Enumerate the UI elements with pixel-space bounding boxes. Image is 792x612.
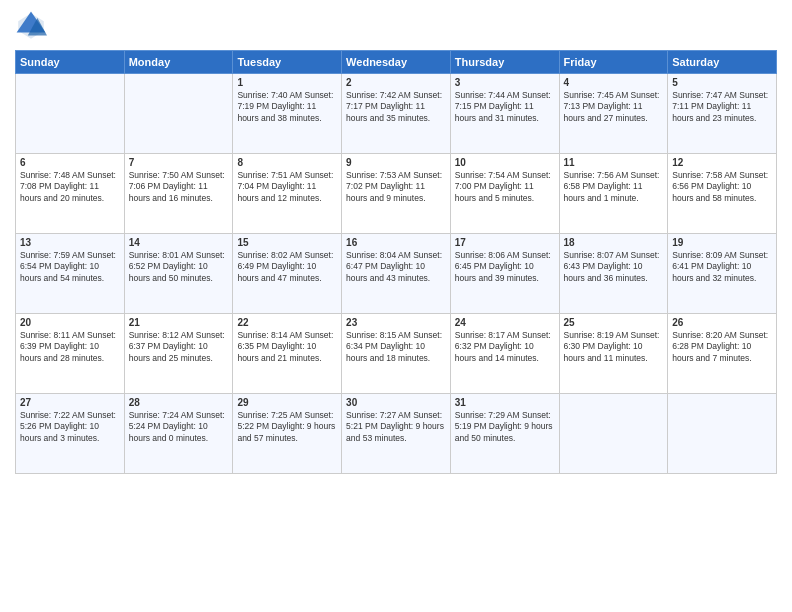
- day-number: 18: [564, 237, 664, 248]
- day-number: 31: [455, 397, 555, 408]
- day-info: Sunrise: 7:58 AM Sunset: 6:56 PM Dayligh…: [672, 170, 772, 204]
- day-number: 21: [129, 317, 229, 328]
- weekday-header-saturday: Saturday: [668, 51, 777, 74]
- weekday-header-friday: Friday: [559, 51, 668, 74]
- calendar-table: SundayMondayTuesdayWednesdayThursdayFrid…: [15, 50, 777, 474]
- day-cell: 22Sunrise: 8:14 AM Sunset: 6:35 PM Dayli…: [233, 314, 342, 394]
- day-number: 16: [346, 237, 446, 248]
- day-number: 19: [672, 237, 772, 248]
- day-number: 11: [564, 157, 664, 168]
- day-info: Sunrise: 7:53 AM Sunset: 7:02 PM Dayligh…: [346, 170, 446, 204]
- day-cell: 27Sunrise: 7:22 AM Sunset: 5:26 PM Dayli…: [16, 394, 125, 474]
- weekday-header-wednesday: Wednesday: [342, 51, 451, 74]
- day-info: Sunrise: 8:02 AM Sunset: 6:49 PM Dayligh…: [237, 250, 337, 284]
- day-cell: [16, 74, 125, 154]
- day-info: Sunrise: 7:22 AM Sunset: 5:26 PM Dayligh…: [20, 410, 120, 444]
- day-number: 26: [672, 317, 772, 328]
- day-info: Sunrise: 8:15 AM Sunset: 6:34 PM Dayligh…: [346, 330, 446, 364]
- day-info: Sunrise: 7:42 AM Sunset: 7:17 PM Dayligh…: [346, 90, 446, 124]
- day-info: Sunrise: 7:50 AM Sunset: 7:06 PM Dayligh…: [129, 170, 229, 204]
- day-info: Sunrise: 7:29 AM Sunset: 5:19 PM Dayligh…: [455, 410, 555, 444]
- week-row-3: 13Sunrise: 7:59 AM Sunset: 6:54 PM Dayli…: [16, 234, 777, 314]
- day-cell: 9Sunrise: 7:53 AM Sunset: 7:02 PM Daylig…: [342, 154, 451, 234]
- day-cell: 25Sunrise: 8:19 AM Sunset: 6:30 PM Dayli…: [559, 314, 668, 394]
- day-number: 2: [346, 77, 446, 88]
- day-info: Sunrise: 7:27 AM Sunset: 5:21 PM Dayligh…: [346, 410, 446, 444]
- day-cell: 30Sunrise: 7:27 AM Sunset: 5:21 PM Dayli…: [342, 394, 451, 474]
- day-info: Sunrise: 8:17 AM Sunset: 6:32 PM Dayligh…: [455, 330, 555, 364]
- day-cell: [124, 74, 233, 154]
- logo: [15, 10, 51, 42]
- day-cell: [668, 394, 777, 474]
- day-number: 20: [20, 317, 120, 328]
- day-info: Sunrise: 7:56 AM Sunset: 6:58 PM Dayligh…: [564, 170, 664, 204]
- day-number: 15: [237, 237, 337, 248]
- week-row-5: 27Sunrise: 7:22 AM Sunset: 5:26 PM Dayli…: [16, 394, 777, 474]
- day-cell: 29Sunrise: 7:25 AM Sunset: 5:22 PM Dayli…: [233, 394, 342, 474]
- day-cell: 20Sunrise: 8:11 AM Sunset: 6:39 PM Dayli…: [16, 314, 125, 394]
- weekday-header-row: SundayMondayTuesdayWednesdayThursdayFrid…: [16, 51, 777, 74]
- day-cell: 19Sunrise: 8:09 AM Sunset: 6:41 PM Dayli…: [668, 234, 777, 314]
- week-row-4: 20Sunrise: 8:11 AM Sunset: 6:39 PM Dayli…: [16, 314, 777, 394]
- day-number: 4: [564, 77, 664, 88]
- day-number: 25: [564, 317, 664, 328]
- day-number: 28: [129, 397, 229, 408]
- day-cell: 13Sunrise: 7:59 AM Sunset: 6:54 PM Dayli…: [16, 234, 125, 314]
- day-number: 5: [672, 77, 772, 88]
- day-cell: 18Sunrise: 8:07 AM Sunset: 6:43 PM Dayli…: [559, 234, 668, 314]
- day-cell: [559, 394, 668, 474]
- day-cell: 21Sunrise: 8:12 AM Sunset: 6:37 PM Dayli…: [124, 314, 233, 394]
- day-info: Sunrise: 7:54 AM Sunset: 7:00 PM Dayligh…: [455, 170, 555, 204]
- day-number: 27: [20, 397, 120, 408]
- day-cell: 26Sunrise: 8:20 AM Sunset: 6:28 PM Dayli…: [668, 314, 777, 394]
- day-number: 1: [237, 77, 337, 88]
- day-info: Sunrise: 7:47 AM Sunset: 7:11 PM Dayligh…: [672, 90, 772, 124]
- day-number: 8: [237, 157, 337, 168]
- day-cell: 23Sunrise: 8:15 AM Sunset: 6:34 PM Dayli…: [342, 314, 451, 394]
- day-number: 30: [346, 397, 446, 408]
- day-cell: 6Sunrise: 7:48 AM Sunset: 7:08 PM Daylig…: [16, 154, 125, 234]
- day-info: Sunrise: 8:12 AM Sunset: 6:37 PM Dayligh…: [129, 330, 229, 364]
- day-number: 24: [455, 317, 555, 328]
- weekday-header-tuesday: Tuesday: [233, 51, 342, 74]
- day-info: Sunrise: 7:24 AM Sunset: 5:24 PM Dayligh…: [129, 410, 229, 444]
- day-cell: 1Sunrise: 7:40 AM Sunset: 7:19 PM Daylig…: [233, 74, 342, 154]
- day-cell: 11Sunrise: 7:56 AM Sunset: 6:58 PM Dayli…: [559, 154, 668, 234]
- day-info: Sunrise: 8:11 AM Sunset: 6:39 PM Dayligh…: [20, 330, 120, 364]
- day-cell: 15Sunrise: 8:02 AM Sunset: 6:49 PM Dayli…: [233, 234, 342, 314]
- day-info: Sunrise: 8:09 AM Sunset: 6:41 PM Dayligh…: [672, 250, 772, 284]
- header: [15, 10, 777, 42]
- day-number: 3: [455, 77, 555, 88]
- day-number: 17: [455, 237, 555, 248]
- weekday-header-thursday: Thursday: [450, 51, 559, 74]
- day-info: Sunrise: 8:19 AM Sunset: 6:30 PM Dayligh…: [564, 330, 664, 364]
- day-cell: 5Sunrise: 7:47 AM Sunset: 7:11 PM Daylig…: [668, 74, 777, 154]
- day-cell: 31Sunrise: 7:29 AM Sunset: 5:19 PM Dayli…: [450, 394, 559, 474]
- day-cell: 16Sunrise: 8:04 AM Sunset: 6:47 PM Dayli…: [342, 234, 451, 314]
- day-cell: 2Sunrise: 7:42 AM Sunset: 7:17 PM Daylig…: [342, 74, 451, 154]
- day-info: Sunrise: 8:06 AM Sunset: 6:45 PM Dayligh…: [455, 250, 555, 284]
- day-info: Sunrise: 7:40 AM Sunset: 7:19 PM Dayligh…: [237, 90, 337, 124]
- day-number: 23: [346, 317, 446, 328]
- day-cell: 12Sunrise: 7:58 AM Sunset: 6:56 PM Dayli…: [668, 154, 777, 234]
- day-number: 10: [455, 157, 555, 168]
- day-cell: 4Sunrise: 7:45 AM Sunset: 7:13 PM Daylig…: [559, 74, 668, 154]
- day-number: 29: [237, 397, 337, 408]
- week-row-1: 1Sunrise: 7:40 AM Sunset: 7:19 PM Daylig…: [16, 74, 777, 154]
- day-number: 22: [237, 317, 337, 328]
- day-number: 9: [346, 157, 446, 168]
- day-info: Sunrise: 8:04 AM Sunset: 6:47 PM Dayligh…: [346, 250, 446, 284]
- day-cell: 28Sunrise: 7:24 AM Sunset: 5:24 PM Dayli…: [124, 394, 233, 474]
- day-number: 6: [20, 157, 120, 168]
- weekday-header-monday: Monday: [124, 51, 233, 74]
- day-info: Sunrise: 7:59 AM Sunset: 6:54 PM Dayligh…: [20, 250, 120, 284]
- day-info: Sunrise: 7:45 AM Sunset: 7:13 PM Dayligh…: [564, 90, 664, 124]
- day-cell: 8Sunrise: 7:51 AM Sunset: 7:04 PM Daylig…: [233, 154, 342, 234]
- day-cell: 3Sunrise: 7:44 AM Sunset: 7:15 PM Daylig…: [450, 74, 559, 154]
- day-info: Sunrise: 7:48 AM Sunset: 7:08 PM Dayligh…: [20, 170, 120, 204]
- week-row-2: 6Sunrise: 7:48 AM Sunset: 7:08 PM Daylig…: [16, 154, 777, 234]
- day-cell: 24Sunrise: 8:17 AM Sunset: 6:32 PM Dayli…: [450, 314, 559, 394]
- day-info: Sunrise: 8:20 AM Sunset: 6:28 PM Dayligh…: [672, 330, 772, 364]
- calendar-page: SundayMondayTuesdayWednesdayThursdayFrid…: [0, 0, 792, 612]
- day-info: Sunrise: 7:44 AM Sunset: 7:15 PM Dayligh…: [455, 90, 555, 124]
